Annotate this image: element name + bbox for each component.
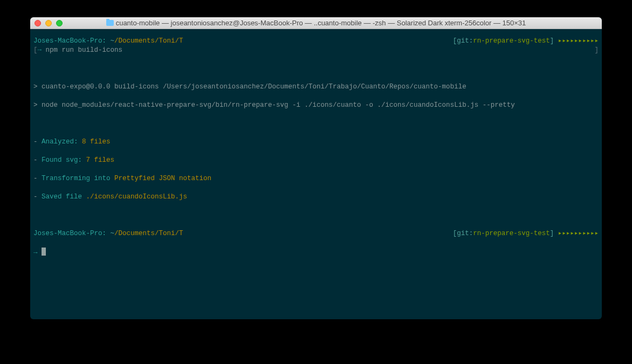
result-value: 7 files: [86, 156, 115, 164]
result-label: Transforming into: [42, 175, 114, 182]
bracket-right: ]: [594, 46, 599, 55]
result-line-4: - Saved file ./icons/cuandoIconsLib.js: [33, 193, 599, 202]
maximize-button[interactable]: [56, 20, 63, 26]
git-bracket-right: ]: [550, 37, 554, 45]
terminal-body[interactable]: Joses-MacBook-Pro: ~/Documents/Toni/T[gi…: [30, 29, 602, 270]
git-bracket-left: [git:: [453, 37, 473, 45]
terminal-window: cuanto-mobile — joseantoniosanchez@Joses…: [30, 17, 602, 319]
result-value: Prettyfied JSON notation: [114, 175, 211, 182]
prompt-tilde: ~: [111, 37, 115, 45]
result-label: Found svg:: [42, 156, 86, 164]
window-title: cuanto-mobile — joseantoniosanchez@Joses…: [30, 19, 602, 27]
result-value: 8 files: [82, 138, 111, 146]
bracket-left: [: [33, 46, 38, 54]
traffic-lights: [35, 20, 63, 26]
status-arrows: ▸▸▸▸▸▸▸▸▸▸: [558, 37, 599, 45]
result-label: Saved file: [42, 193, 86, 201]
result-value: ./icons/cuandoIconsLib.js: [86, 193, 188, 201]
prompt-host: Joses-MacBook-Pro:: [33, 230, 106, 237]
dash: -: [33, 138, 42, 146]
prompt-host: Joses-MacBook-Pro:: [33, 37, 106, 45]
titlebar[interactable]: cuanto-mobile — joseantoniosanchez@Joses…: [30, 17, 602, 29]
dash: -: [33, 193, 42, 201]
close-button[interactable]: [35, 20, 41, 26]
window-title-text: cuanto-mobile — joseantoniosanchez@Joses…: [116, 19, 526, 27]
output-line-1: > cuanto-expo@0.0.0 build-icons /Users/j…: [33, 83, 599, 92]
prompt-arrow: →: [33, 249, 42, 257]
minimize-button[interactable]: [45, 20, 52, 26]
result-line-3: - Transforming into Prettyfied JSON nota…: [33, 174, 599, 183]
command-text: npm run build-icons: [46, 46, 123, 54]
prompt-path: /Documents/Toni/T: [114, 37, 183, 45]
command-line-1: [→ npm run build-icons]: [33, 46, 599, 55]
command-line-2: →: [33, 248, 599, 258]
git-bracket-right: ]: [550, 230, 554, 237]
cursor[interactable]: [42, 248, 46, 256]
prompt-path: /Documents/Toni/T: [114, 230, 183, 237]
blank-line: [33, 119, 599, 128]
status-arrows: ▸▸▸▸▸▸▸▸▸▸: [558, 230, 599, 237]
result-label: Analyzed:: [42, 138, 82, 146]
prompt-tilde: ~: [111, 230, 115, 237]
result-line-2: - Found svg: 7 files: [33, 156, 599, 165]
folder-icon: [106, 20, 114, 26]
git-branch: rn-prepare-svg-test: [473, 230, 550, 237]
prompt-line-2: Joses-MacBook-Pro: ~/Documents/Toni/T[gi…: [33, 229, 599, 238]
prompt-line-1: Joses-MacBook-Pro: ~/Documents/Toni/T[gi…: [33, 37, 599, 46]
result-line-1: - Analyzed: 8 files: [33, 138, 599, 147]
git-branch: rn-prepare-svg-test: [473, 37, 550, 45]
blank-line: [33, 211, 599, 220]
prompt-arrow: →: [38, 46, 46, 54]
blank-line: [33, 64, 599, 73]
dash: -: [33, 175, 42, 182]
dash: -: [33, 156, 42, 164]
output-line-2: > node node_modules/react-native-prepare…: [33, 101, 599, 110]
git-bracket-left: [git:: [453, 230, 473, 237]
